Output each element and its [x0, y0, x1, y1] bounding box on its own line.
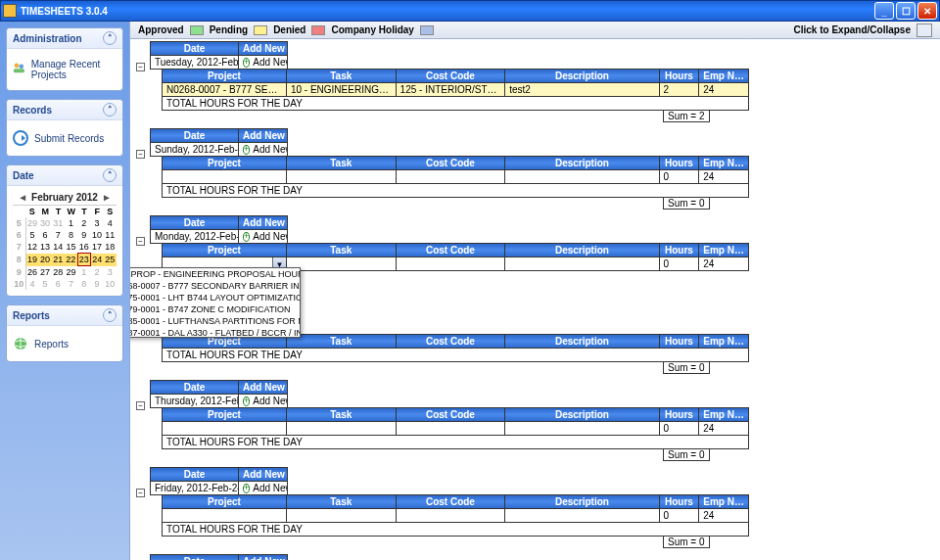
cell-description[interactable] [505, 422, 659, 436]
calendar-day[interactable]: 13 [39, 241, 52, 254]
calendar-day[interactable]: 20 [39, 254, 52, 266]
calendar-day[interactable]: 2 [77, 217, 90, 229]
day-collapse-toggle[interactable]: − [136, 63, 145, 71]
add-new-time-button[interactable]: +Add New Time [243, 483, 283, 493]
link-reports[interactable]: Reports [13, 332, 117, 355]
cell-description[interactable] [505, 170, 659, 184]
chevron-up-icon[interactable]: ˄ [103, 31, 117, 45]
dropdown-item[interactable]: ENGPROP - ENGINEERING PROPOSAL HOURS [130, 268, 300, 280]
day-collapse-toggle[interactable]: − [136, 401, 145, 410]
window-close-button[interactable]: ✕ [917, 2, 937, 20]
calendar-day[interactable]: 31 [52, 217, 65, 229]
calendar-prev-button[interactable]: ◄ [18, 192, 27, 203]
calendar-day[interactable]: 4 [104, 217, 117, 229]
calendar-day[interactable]: 15 [65, 241, 77, 254]
cell-cost[interactable] [396, 422, 505, 436]
cell-hours[interactable]: 0 [659, 257, 699, 271]
calendar-day[interactable]: 3 [104, 266, 117, 279]
calendar-day[interactable]: 26 [25, 266, 38, 279]
calendar-day[interactable]: 3 [91, 217, 104, 229]
calendar-day[interactable]: 29 [25, 217, 38, 229]
calendar-day[interactable]: 27 [39, 266, 52, 279]
calendar-day[interactable]: 24 [91, 254, 104, 266]
dropdown-item[interactable]: N0387-0001 - DAL A330 - FLATBED / BCCR /… [130, 327, 300, 337]
calendar-day[interactable]: 5 [25, 229, 38, 241]
panel-header-date[interactable]: Date ˄ [7, 165, 122, 186]
calendar[interactable]: SMTWTFS529303112346567891011712131415161… [13, 205, 117, 290]
cell-description[interactable] [505, 257, 659, 271]
cell-project[interactable] [163, 170, 287, 184]
chevron-up-icon[interactable]: ˄ [103, 103, 117, 117]
calendar-day[interactable]: 12 [25, 241, 38, 254]
cell-task[interactable] [286, 422, 396, 436]
chevron-up-icon[interactable]: ˄ [103, 308, 117, 322]
cell-project[interactable]: N0268-0007 - B777 SECONDARY BARRI [163, 83, 287, 97]
panel-header-records[interactable]: Records ˄ [7, 100, 122, 120]
calendar-day[interactable]: 8 [65, 229, 77, 241]
cell-cost[interactable] [396, 257, 505, 271]
calendar-day[interactable]: 16 [77, 241, 90, 254]
calendar-day[interactable]: 18 [104, 241, 117, 254]
panel-header-administration[interactable]: Administration ˄ [7, 28, 122, 49]
timesheet-scroll-area[interactable]: −DateAdd New TimeTuesday, 2012-Feb-21+Ad… [130, 39, 940, 560]
cell-project[interactable] [163, 509, 287, 523]
calendar-day[interactable]: 1 [65, 217, 77, 229]
cell-hours[interactable]: 0 [659, 509, 699, 523]
cell-description[interactable] [505, 509, 659, 523]
cell-hours[interactable]: 2 [659, 83, 699, 97]
calendar-day[interactable]: 23 [77, 254, 90, 266]
calendar-day[interactable]: 29 [65, 266, 77, 279]
calendar-day[interactable]: 1 [77, 266, 90, 279]
add-new-time-button[interactable]: +Add New Item [243, 231, 283, 242]
calendar-day[interactable]: 8 [77, 278, 90, 290]
expand-collapse-button[interactable] [916, 23, 932, 37]
cell-cost[interactable] [396, 170, 505, 184]
window-maximize-button[interactable]: ☐ [896, 2, 916, 20]
add-new-time-button[interactable]: +Add New Time [243, 396, 283, 406]
cell-hours[interactable]: 0 [659, 170, 699, 184]
calendar-day[interactable]: 28 [52, 266, 65, 279]
window-minimize-button[interactable]: _ [874, 2, 894, 20]
calendar-day[interactable]: 19 [25, 254, 38, 266]
cell-emp[interactable]: 24 [699, 170, 749, 184]
cell-cost[interactable]: 125 - INTERIOR/STRUCTURAL DE [396, 83, 505, 97]
cell-emp[interactable]: 24 [699, 257, 749, 271]
cell-emp[interactable]: 24 [699, 509, 749, 523]
chevron-up-icon[interactable]: ˄ [103, 168, 117, 182]
day-collapse-toggle[interactable]: − [136, 150, 145, 159]
calendar-day[interactable]: 7 [65, 278, 77, 290]
calendar-day[interactable]: 30 [39, 217, 52, 229]
calendar-day[interactable]: 2 [91, 266, 104, 279]
calendar-day[interactable]: 7 [52, 229, 65, 241]
day-collapse-toggle[interactable]: − [136, 489, 145, 497]
cell-task[interactable] [286, 170, 396, 184]
cell-emp[interactable]: 24 [699, 422, 749, 436]
day-collapse-toggle[interactable]: − [136, 237, 145, 246]
calendar-next-button[interactable]: ► [102, 192, 112, 203]
calendar-day[interactable]: 22 [65, 254, 77, 266]
calendar-day[interactable]: 14 [52, 241, 65, 254]
cell-task[interactable] [286, 509, 396, 523]
add-new-time-button[interactable]: +Add New Time [243, 144, 283, 155]
calendar-day[interactable]: 21 [52, 254, 65, 266]
cell-emp[interactable]: 24 [699, 83, 749, 97]
calendar-day[interactable]: 9 [91, 278, 104, 290]
calendar-day[interactable]: 4 [25, 278, 38, 290]
calendar-day[interactable]: 6 [39, 229, 52, 241]
project-dropdown-list[interactable]: ENGPROP - ENGINEERING PROPOSAL HOURSN026… [130, 267, 301, 338]
cell-project[interactable] [163, 422, 287, 436]
calendar-day[interactable]: 5 [39, 278, 52, 290]
cell-task[interactable] [286, 257, 396, 271]
cell-cost[interactable] [396, 509, 505, 523]
calendar-day[interactable]: 11 [104, 229, 117, 241]
link-submit-records[interactable]: Submit Records [13, 126, 117, 150]
dropdown-item[interactable]: N0379-0001 - B747 ZONE C MODIFICATION [130, 303, 300, 315]
calendar-day[interactable]: 10 [91, 229, 104, 241]
link-manage-recent-projects[interactable]: Manage Recent Projects [13, 55, 117, 84]
dropdown-item[interactable]: N0375-0001 - LHT B744 LAYOUT OPTIMIZATIO… [130, 292, 300, 303]
add-new-time-button[interactable]: +Add New Time [243, 57, 283, 68]
dropdown-item[interactable]: N0268-0007 - B777 SECONDARY BARRIER INST… [130, 280, 300, 292]
dropdown-item[interactable]: N0385-0001 - LUFTHANSA PARTITIONS FOR N0… [130, 315, 300, 327]
cell-task[interactable]: 10 - ENGINEERING HOURS [286, 83, 396, 97]
calendar-day[interactable]: 9 [77, 229, 90, 241]
